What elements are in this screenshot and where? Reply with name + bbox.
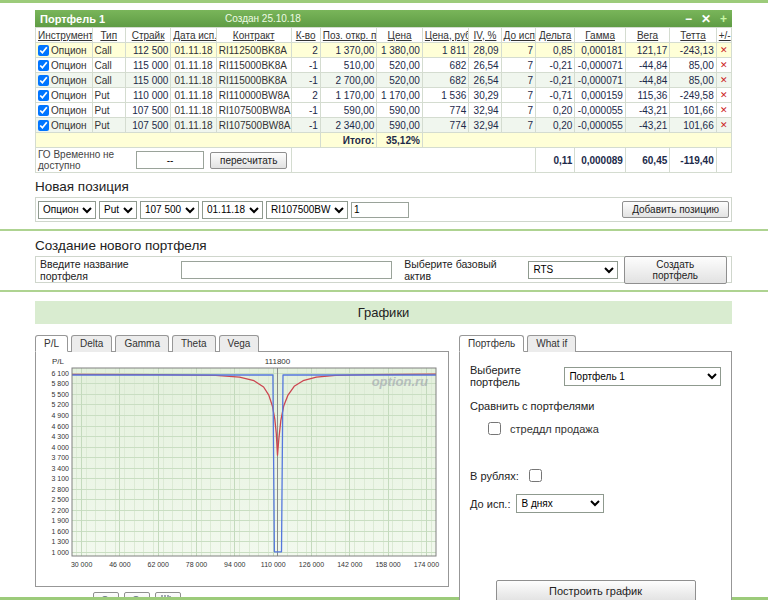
settings-tab[interactable]: Портфель xyxy=(459,335,524,352)
column-header[interactable]: Тетта xyxy=(670,28,716,43)
column-header[interactable]: Дата исп. xyxy=(171,28,216,43)
cell-contract: RI107500BW8A xyxy=(216,103,291,118)
svg-text:111800: 111800 xyxy=(265,357,291,366)
chart-tab[interactable]: P/L xyxy=(35,335,68,352)
column-header[interactable]: До исп. xyxy=(501,28,535,43)
row-checkbox[interactable] xyxy=(38,60,49,71)
exp-date-select[interactable]: 01.11.18 xyxy=(202,201,263,219)
svg-text:30 000: 30 000 xyxy=(71,561,93,568)
cell-contract: RI112500BK8A xyxy=(216,43,291,58)
column-header[interactable]: К-во xyxy=(291,28,320,43)
cell-exp-date: 01.11.18 xyxy=(171,73,216,88)
cell-iv: 32,94 xyxy=(469,103,501,118)
svg-text:5 500: 5 500 xyxy=(51,391,69,398)
contract-select[interactable]: RI107500BW xyxy=(266,201,348,219)
row-checkbox[interactable] xyxy=(38,105,49,116)
column-header[interactable]: Страйк xyxy=(125,28,170,43)
column-header[interactable]: IV, % xyxy=(469,28,501,43)
cell-instrument: Опцион xyxy=(36,73,93,88)
svg-text:62 000: 62 000 xyxy=(147,561,169,568)
rubles-label: В рублях: xyxy=(470,470,519,482)
column-header[interactable]: Цена, руб. xyxy=(422,28,468,43)
quantity-input[interactable] xyxy=(351,202,409,218)
chart-tab[interactable]: Delta xyxy=(71,335,112,352)
cell-open-price: 590,00 xyxy=(320,103,377,118)
compare-portfolio-checkbox[interactable] xyxy=(488,422,501,435)
row-checkbox[interactable] xyxy=(38,90,49,101)
pl-chart[interactable]: option.ru111800P/L1 0001 3001 6001 9002 … xyxy=(35,351,449,587)
base-asset-select[interactable]: RTS xyxy=(528,261,617,279)
delete-row-icon[interactable]: ✕ xyxy=(716,118,731,133)
cell-vega: 115,36 xyxy=(625,88,669,103)
svg-text:1 300: 1 300 xyxy=(51,538,69,545)
total-vega: 60,45 xyxy=(625,148,669,173)
separator xyxy=(0,290,768,292)
cell-gamma: -0,000055 xyxy=(575,118,626,133)
total-theta: -119,40 xyxy=(670,148,716,173)
go-label: ГО Временно не доступно xyxy=(38,149,130,171)
delete-row-icon[interactable]: ✕ xyxy=(716,58,731,73)
go-input[interactable] xyxy=(136,151,204,169)
cell-gamma: -0,000055 xyxy=(575,103,626,118)
chart-tab[interactable]: Gamma xyxy=(115,335,169,352)
cell-days: 7 xyxy=(501,43,535,58)
create-portfolio-button[interactable]: Создать портфель xyxy=(624,256,727,284)
column-header[interactable]: Контракт xyxy=(216,28,291,43)
cell-strike: 110 000 xyxy=(125,88,170,103)
column-header[interactable]: Вега xyxy=(625,28,669,43)
portfolio-name-input[interactable] xyxy=(181,261,392,279)
days-select[interactable]: В днях xyxy=(516,494,604,513)
instrument-label: Опцион xyxy=(51,105,87,116)
add-position-button[interactable]: Добавить позицию xyxy=(622,201,729,218)
chart-tab[interactable]: Vega xyxy=(219,335,260,352)
minimize-icon[interactable]: − xyxy=(685,13,692,25)
charts-section-header: Графики xyxy=(35,301,732,324)
cell-qty: -1 xyxy=(291,118,320,133)
table-row: Опцион Put 107 500 01.11.18 RI107500BW8A… xyxy=(36,118,732,133)
cell-delta: -0,21 xyxy=(535,58,574,73)
close-icon[interactable]: ✕ xyxy=(701,13,711,25)
portfolio-select[interactable]: Портфель 1 xyxy=(564,367,721,386)
instrument-select[interactable]: Опцион xyxy=(38,201,96,219)
column-header[interactable]: +/- xyxy=(716,28,731,43)
delete-row-icon[interactable]: ✕ xyxy=(716,88,731,103)
delete-row-icon[interactable]: ✕ xyxy=(716,103,731,118)
row-checkbox[interactable] xyxy=(38,45,49,56)
svg-text:1 600: 1 600 xyxy=(51,528,69,535)
cell-days: 7 xyxy=(501,58,535,73)
cell-contract: RI107500BW8A xyxy=(216,118,291,133)
cell-strike: 115 000 xyxy=(125,58,170,73)
build-chart-button[interactable]: Построить график xyxy=(496,580,696,600)
instrument-label: Опцион xyxy=(51,90,87,101)
cell-open-price: 2 340,00 xyxy=(320,118,377,133)
cell-price-rub: 774 xyxy=(422,103,468,118)
recalc-button[interactable]: пересчитать xyxy=(210,152,287,169)
rubles-checkbox[interactable] xyxy=(529,469,542,482)
table-row: Опцион Put 110 000 01.11.18 RI110000BW8A… xyxy=(36,88,732,103)
column-header[interactable]: Поз. откр. по xyxy=(320,28,377,43)
column-header[interactable]: Инструмент xyxy=(36,28,93,43)
svg-text:1 000: 1 000 xyxy=(51,549,69,556)
option-type-select[interactable]: Put xyxy=(99,201,137,219)
delete-row-icon[interactable]: ✕ xyxy=(716,43,731,58)
positions-table: ИнструментТипСтрайкДата исп.КонтрактК-во… xyxy=(35,27,732,173)
instrument-label: Опцион xyxy=(51,75,87,86)
column-header[interactable]: Дельта xyxy=(535,28,574,43)
cell-contract: RI115000BK8A xyxy=(216,73,291,88)
delete-row-icon[interactable]: ✕ xyxy=(716,73,731,88)
cell-open-price: 1 370,00 xyxy=(320,43,377,58)
new-position-row: Опцион Put 107 500 01.11.18 RI107500BW Д… xyxy=(35,197,732,222)
strike-select[interactable]: 107 500 xyxy=(140,201,199,219)
total-gamma: 0,000089 xyxy=(575,148,626,173)
cell-days: 7 xyxy=(501,88,535,103)
column-header[interactable]: Гамма xyxy=(575,28,626,43)
row-checkbox[interactable] xyxy=(38,120,49,131)
cell-qty: -1 xyxy=(291,103,320,118)
svg-text:5 200: 5 200 xyxy=(51,401,69,408)
column-header[interactable]: Цена xyxy=(377,28,422,43)
column-header[interactable]: Тип xyxy=(92,28,125,43)
add-portfolio-icon[interactable]: + xyxy=(720,13,727,25)
settings-tab[interactable]: What if xyxy=(527,335,576,352)
row-checkbox[interactable] xyxy=(38,75,49,86)
chart-tab[interactable]: Theta xyxy=(172,335,216,352)
